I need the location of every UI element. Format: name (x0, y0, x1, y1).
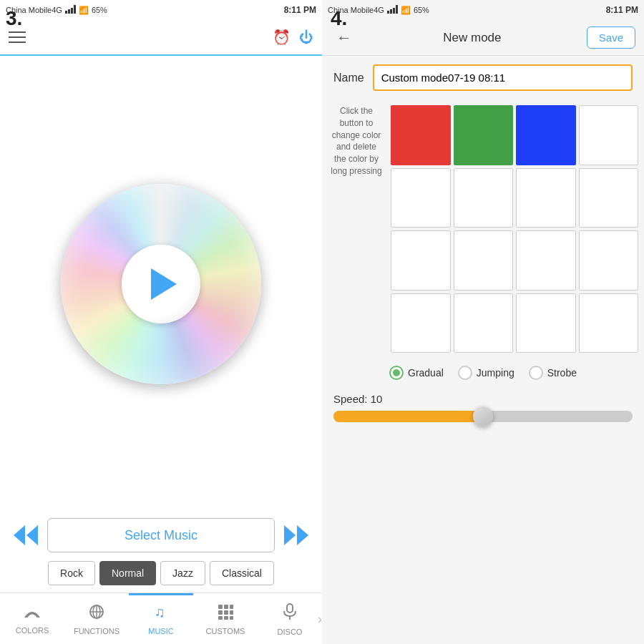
color-cell-13[interactable] (454, 293, 514, 353)
right-time: 8:11 PM (606, 5, 638, 15)
right-signal-icon (387, 5, 398, 15)
color-cell-11[interactable] (579, 230, 639, 291)
mic-icon (282, 603, 298, 625)
name-row: Name (322, 56, 644, 99)
cd-disc[interactable] (61, 184, 261, 384)
color-cell-0[interactable] (391, 105, 451, 165)
grid-icon (89, 604, 104, 624)
power-icon[interactable]: ⏻ (299, 29, 313, 46)
color-cell-9[interactable] (454, 230, 514, 291)
left-battery: 65% (92, 6, 107, 14)
color-cell-2[interactable] (516, 105, 576, 165)
cd-section (0, 56, 322, 512)
music-controls: Select Music (0, 512, 322, 558)
svg-text:♫: ♫ (155, 604, 165, 620)
right-top-bar: ← New mode Save (322, 20, 644, 56)
right-battery: 65% (414, 6, 429, 14)
genre-button-jazz[interactable]: Jazz (160, 561, 205, 585)
speed-label: Speed: 10 (333, 393, 633, 405)
speed-section: Speed: 10 (322, 387, 644, 434)
new-mode-title: New mode (358, 31, 587, 45)
dots-grid-icon (218, 604, 233, 624)
right-status-bar: China Mobile4G 📶 65% 8:11 PM (322, 0, 644, 20)
top-bar-icons: ⏰ ⏻ (273, 29, 313, 46)
color-cell-4[interactable] (391, 168, 451, 228)
svg-rect-11 (218, 616, 223, 620)
nav-item-music[interactable]: ♫MUSIC (129, 593, 193, 644)
nav-item-customs[interactable]: CUSTOMS (193, 593, 258, 644)
left-panel: China Mobile4G 📶 65% 8:11 PM ⏰ ⏻ (0, 0, 322, 644)
color-cell-6[interactable] (516, 168, 576, 228)
left-time: 8:11 PM (284, 5, 316, 15)
radio-gradual[interactable]: Gradual (389, 366, 444, 380)
speed-slider[interactable] (333, 411, 633, 422)
play-icon (151, 268, 177, 300)
color-cell-10[interactable] (516, 230, 576, 291)
color-cell-1[interactable] (454, 105, 514, 165)
nav-label-disco: DISCO (278, 628, 303, 636)
color-cell-3[interactable] (579, 105, 639, 165)
radio-jumping[interactable]: Jumping (458, 366, 514, 380)
svg-rect-8 (218, 610, 223, 615)
next-button[interactable] (282, 521, 311, 550)
color-cell-5[interactable] (454, 168, 514, 228)
music-icon: ♫ (153, 604, 169, 624)
slider-thumb[interactable] (473, 406, 493, 426)
select-music-button[interactable]: Select Music (47, 518, 275, 552)
slider-fill (333, 411, 483, 422)
left-top-bar: ⏰ ⏻ (0, 20, 322, 56)
radio-circle-strobe (529, 366, 543, 380)
prev-button[interactable] (11, 521, 40, 550)
left-status-bar: China Mobile4G 📶 65% 8:11 PM (0, 0, 322, 20)
nav-item-disco[interactable]: DISCO (258, 593, 322, 644)
svg-rect-9 (224, 610, 228, 615)
nav-label-music: MUSIC (148, 627, 173, 635)
color-cell-15[interactable] (579, 293, 639, 353)
save-button[interactable]: Save (587, 26, 635, 49)
genre-button-classical[interactable]: Classical (210, 561, 274, 585)
color-cell-8[interactable] (391, 230, 451, 291)
radio-strobe[interactable]: Strobe (529, 366, 577, 380)
svg-rect-5 (218, 605, 223, 609)
nav-label-customs: CUSTOMS (206, 627, 245, 635)
color-cell-12[interactable] (391, 293, 451, 353)
menu-button[interactable] (9, 31, 26, 43)
left-signal-icon (65, 5, 76, 15)
color-grid-section: Click the button to change color and del… (322, 99, 644, 358)
radio-label-gradual: Gradual (408, 367, 444, 379)
genre-button-rock[interactable]: Rock (48, 561, 95, 585)
bottom-nav: ›COLORSFUNCTIONS♫MUSICCUSTOMSDISCO (0, 592, 322, 644)
genre-button-normal[interactable]: Normal (99, 561, 156, 585)
cd-inner (122, 245, 200, 323)
right-wifi-icon: 📶 (401, 6, 411, 15)
nav-label-functions: FUNCTIONS (74, 627, 119, 635)
svg-rect-12 (224, 616, 228, 620)
alarm-icon[interactable]: ⏰ (273, 29, 291, 46)
color-cell-14[interactable] (516, 293, 576, 353)
step-3-label: 3. (6, 7, 22, 30)
color-grid (391, 99, 638, 358)
svg-rect-13 (230, 616, 233, 620)
nav-item-colors[interactable]: COLORS (0, 593, 64, 644)
color-cell-7[interactable] (579, 168, 639, 228)
rainbow-icon (24, 605, 41, 623)
genre-row: RockNormalJazzClassical (0, 558, 322, 592)
radio-label-jumping: Jumping (477, 367, 514, 379)
radio-circle-jumping (458, 366, 472, 380)
svg-rect-7 (230, 605, 233, 609)
svg-rect-14 (287, 604, 293, 613)
right-panel: China Mobile4G 📶 65% 8:11 PM ← New mode … (322, 0, 644, 644)
radio-label-strobe: Strobe (547, 367, 577, 379)
nav-label-colors: COLORS (16, 626, 49, 635)
radio-row: GradualJumpingStrobe (322, 358, 644, 387)
svg-rect-6 (224, 605, 228, 609)
nav-item-functions[interactable]: FUNCTIONS (64, 593, 129, 644)
radio-circle-gradual (389, 366, 404, 380)
step-4-label: 4. (331, 7, 347, 30)
svg-rect-10 (230, 610, 233, 615)
name-label: Name (333, 72, 364, 84)
left-wifi-icon: 📶 (79, 6, 89, 15)
hint-text: Click the button to change color and del… (328, 99, 385, 358)
name-input[interactable] (373, 64, 633, 91)
